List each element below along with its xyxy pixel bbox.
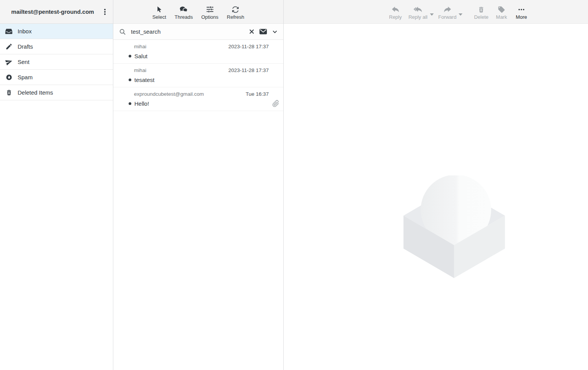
options-button[interactable]: Options <box>198 3 222 20</box>
sidebar-item-spam[interactable]: Spam <box>0 70 113 85</box>
button-label: Mark <box>496 15 507 20</box>
mark-button[interactable]: Mark <box>492 3 511 20</box>
message-list: mihai 2023-11-28 17:37 Salut mihai 2023-… <box>113 40 283 370</box>
message-row[interactable]: mihai 2023-11-28 17:37 Salut <box>113 40 283 64</box>
button-label: Refresh <box>227 15 245 20</box>
forward-dropdown-caret-icon[interactable] <box>458 13 463 16</box>
search-bar <box>113 24 283 40</box>
button-label: Threads <box>175 15 193 20</box>
select-button[interactable]: Select <box>149 3 169 20</box>
paperclip-icon <box>272 100 279 107</box>
threads-button[interactable]: Threads <box>172 3 196 20</box>
message-toolbar: Reply Reply all <box>284 0 588 24</box>
sliders-icon <box>206 4 214 13</box>
clear-search-icon[interactable] <box>249 29 255 34</box>
search-input[interactable] <box>131 28 244 35</box>
kebab-icon <box>101 8 108 16</box>
button-label: Reply <box>389 15 402 20</box>
unread-dot-icon <box>129 102 131 105</box>
forward-button[interactable]: Forward <box>435 3 460 20</box>
message-viewer <box>284 24 588 370</box>
sidebar-item-inbox[interactable]: Inbox <box>0 24 113 39</box>
reply-all-icon <box>413 4 423 13</box>
button-label: Delete <box>474 15 488 20</box>
forward-icon <box>443 4 452 13</box>
sidebar-item-sent[interactable]: Sent <box>0 54 113 70</box>
folder-label: Deleted Items <box>18 89 53 96</box>
refresh-button[interactable]: Refresh <box>224 3 248 20</box>
message-date: 2023-11-28 17:37 <box>228 44 269 49</box>
unread-dot-icon <box>129 55 131 57</box>
reply-icon <box>391 4 400 13</box>
button-label: Reply all <box>408 15 428 20</box>
message-subject: Hello! <box>134 100 149 107</box>
search-options-chevron-down-icon[interactable] <box>272 29 278 35</box>
button-label: Select <box>152 15 166 20</box>
message-row[interactable]: mihai 2023-11-28 17:37 tesatest <box>113 64 283 87</box>
folder-label: Inbox <box>18 28 32 34</box>
account-header: mailtest@pentest-ground.com <box>0 0 113 24</box>
message-date: 2023-11-28 17:37 <box>228 67 269 73</box>
tag-icon <box>498 4 505 13</box>
list-toolbar: Select Threads <box>113 0 283 24</box>
sidebar-item-drafts[interactable]: Drafts <box>0 39 113 54</box>
inbox-icon <box>5 27 13 36</box>
reply-all-dropdown-caret-icon[interactable] <box>429 13 434 16</box>
content-pane: Reply Reply all <box>284 0 588 370</box>
paper-plane-icon <box>5 58 13 66</box>
trash-icon <box>5 88 13 97</box>
message-sender: exproundcubetest@gmail.com <box>134 91 204 97</box>
pencil-icon <box>5 43 13 51</box>
message-row[interactable]: exproundcubetest@gmail.com Tue 16:37 Hel… <box>113 87 283 111</box>
comments-icon <box>179 4 188 13</box>
fire-icon <box>5 73 13 82</box>
button-label: Options <box>201 15 219 20</box>
webmail-app: mailtest@pentest-ground.com Inbox <box>0 0 588 370</box>
message-list-pane: Select Threads <box>113 0 284 370</box>
unread-dot-icon <box>129 79 131 81</box>
folder-label: Drafts <box>18 43 33 50</box>
sidebar-item-deleted-items[interactable]: Deleted Items <box>0 85 113 100</box>
sidebar: mailtest@pentest-ground.com Inbox <box>0 0 113 370</box>
folder-label: Sent <box>18 59 29 65</box>
message-sender: mihai <box>134 44 146 49</box>
message-subject: tesatest <box>134 77 155 83</box>
ellipsis-icon <box>518 4 525 13</box>
account-menu-button[interactable] <box>99 4 111 20</box>
more-button[interactable]: More <box>511 3 531 20</box>
button-label: Forward <box>438 15 457 20</box>
message-sender: mihai <box>134 67 146 73</box>
reply-all-button[interactable]: Reply all <box>405 3 431 20</box>
message-subject: Salut <box>134 53 147 59</box>
folder-label: Spam <box>18 74 33 80</box>
folder-list: Inbox Drafts Sent <box>0 24 113 100</box>
search-icon <box>119 28 126 36</box>
search-scope-envelope-icon[interactable] <box>259 28 267 35</box>
delete-button[interactable]: Delete <box>471 3 492 20</box>
cursor-icon <box>155 4 163 13</box>
roundcube-logo-watermark <box>403 175 505 279</box>
rotate-icon <box>232 4 239 13</box>
account-email: mailtest@pentest-ground.com <box>6 8 99 15</box>
message-date: Tue 16:37 <box>246 91 269 97</box>
reply-button[interactable]: Reply <box>385 3 405 20</box>
button-label: More <box>516 15 527 20</box>
trash-icon <box>477 4 485 13</box>
